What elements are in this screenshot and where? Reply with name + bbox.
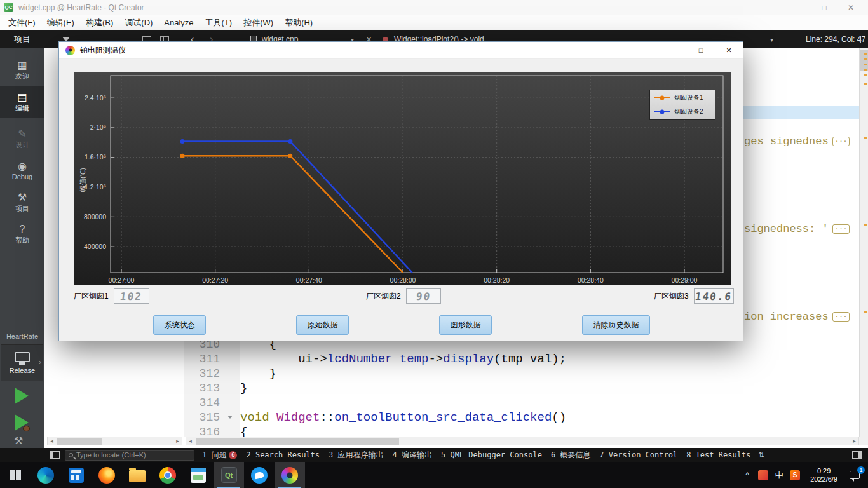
- start-button[interactable]: [0, 462, 31, 488]
- output-pane-6[interactable]: 6 概要信息: [551, 450, 590, 461]
- paint-icon: [191, 468, 206, 483]
- warning-mark: [864, 74, 867, 76]
- menu-item-7[interactable]: 帮助(H): [279, 15, 318, 30]
- taskbar-thermometer-app[interactable]: [275, 462, 305, 488]
- qtc-close-button[interactable]: ✕: [837, 0, 864, 15]
- output-pane-1[interactable]: 1 问题6: [202, 450, 237, 461]
- output-pane-8[interactable]: 8 Test Results: [686, 451, 750, 459]
- symbol-dropdown-caret-icon[interactable]: ▾: [770, 30, 773, 48]
- legend-dot-icon: [660, 110, 665, 114]
- fold-marker[interactable]: [224, 416, 236, 419]
- qtc-minimize-button[interactable]: –: [784, 0, 811, 15]
- scrollbar-thumb[interactable]: [196, 438, 399, 445]
- tray-app-icon[interactable]: [758, 470, 768, 480]
- monitor-icon: [15, 352, 30, 362]
- mode-Debug[interactable]: ◉Debug: [0, 155, 44, 187]
- app-titlebar[interactable]: 铂电阻测温仪 – □ ✕: [59, 42, 743, 59]
- mode-项目[interactable]: ⚒项目: [0, 187, 44, 219]
- mode-欢迎[interactable]: ▦欢迎: [0, 55, 44, 86]
- clock-date: 2022/6/9: [810, 475, 837, 484]
- code-line: 313}: [184, 381, 859, 395]
- mode-label: 帮助: [15, 236, 29, 245]
- build-hammer-icon[interactable]: ⚒: [14, 435, 23, 447]
- taskbar-icons: Qt: [31, 462, 305, 488]
- taskbar-file-explorer[interactable]: [122, 462, 153, 488]
- scroll-left-icon[interactable]: ◂: [48, 438, 56, 444]
- pane-updown-icon[interactable]: ⇅: [758, 451, 764, 459]
- action-center-button[interactable]: 1: [844, 462, 865, 488]
- menu-item-3[interactable]: 调试(D): [119, 15, 158, 30]
- kit-selector[interactable]: Release ›: [1, 344, 43, 381]
- editor-vertical-scrollbar[interactable]: [859, 48, 868, 437]
- ime-indicator[interactable]: 中: [772, 470, 786, 481]
- run-button[interactable]: [15, 388, 29, 404]
- scroll-left-icon[interactable]: ◂: [186, 438, 194, 444]
- mode-label: 项目: [15, 204, 29, 214]
- menu-item-1[interactable]: 编辑(E): [41, 15, 80, 30]
- qtc-maximize-button[interactable]: □: [811, 0, 837, 15]
- hidden-icons-chevron[interactable]: ^: [740, 470, 754, 480]
- svg-text:1.2·10⁶: 1.2·10⁶: [85, 183, 106, 191]
- taskbar-twitter[interactable]: [244, 462, 275, 488]
- app-window-title: 铂电阻测温仪: [80, 45, 126, 56]
- navigator-horizontal-scrollbar[interactable]: ◂ ▸: [47, 437, 182, 445]
- taskbar-calculator[interactable]: [61, 462, 92, 488]
- menu-item-2[interactable]: 构建(B): [80, 15, 119, 30]
- app-close-button[interactable]: ✕: [715, 42, 743, 59]
- file-explorer-icon: [129, 470, 146, 482]
- legend-label: 烟囱设备2: [674, 107, 703, 116]
- scrollbar-thumb[interactable]: [57, 438, 102, 445]
- taskbar-edge[interactable]: [31, 462, 61, 488]
- editor-horizontal-scrollbar[interactable]: ◂ ▸: [186, 437, 859, 445]
- mode-编辑[interactable]: ▤编辑: [0, 86, 44, 118]
- svg-text:00:27:00: 00:27:00: [109, 276, 135, 284]
- thermometer-app-window: 铂电阻测温仪 – □ ✕ 00:27:0000:27:2000:27:4000:…: [58, 41, 743, 341]
- mode-设计[interactable]: ✎设计: [0, 123, 44, 155]
- svg-text:00:29:00: 00:29:00: [672, 276, 698, 284]
- menu-item-0[interactable]: 文件(F): [3, 15, 41, 30]
- split-editor-icon[interactable]: [857, 30, 864, 48]
- output-pane-3[interactable]: 3 应用程序输出: [329, 450, 383, 461]
- output-pane-7[interactable]: 7 Version Control: [599, 451, 677, 459]
- sidebar-toggle-icon[interactable]: [50, 451, 60, 459]
- warning-mark: [864, 58, 867, 60]
- lcd-value: 102: [119, 290, 143, 302]
- taskbar-qt-creator[interactable]: Qt: [214, 462, 244, 488]
- app-minimize-button[interactable]: –: [659, 42, 687, 59]
- warning-mark: [864, 83, 867, 85]
- menu-item-6[interactable]: 控件(W): [238, 15, 279, 30]
- app-maximize-button[interactable]: □: [687, 42, 715, 59]
- mode-帮助[interactable]: ?帮助: [0, 219, 44, 250]
- svg-text:800000: 800000: [84, 213, 106, 220]
- scroll-right-icon[interactable]: ▸: [850, 438, 858, 444]
- lcd-group-3: 厂区烟囱3 140.6: [654, 288, 734, 304]
- twitter-icon: [251, 467, 268, 484]
- output-pane-5[interactable]: 5 QML Debugger Console: [441, 451, 542, 459]
- menu-item-4[interactable]: Analyze: [158, 15, 199, 30]
- locator-field[interactable]: [65, 450, 194, 461]
- taskbar-chrome[interactable]: [153, 462, 183, 488]
- graph-data-button[interactable]: 图形数据: [439, 315, 492, 335]
- output-bar: 1 问题62 Search Results3 应用程序输出4 编译输出5 QML…: [0, 448, 868, 462]
- locator-input[interactable]: [76, 451, 191, 459]
- legend-item: 烟囱设备1: [654, 92, 711, 104]
- lcd-label: 厂区烟囱3: [654, 291, 689, 302]
- raw-data-button[interactable]: 原始数据: [296, 315, 349, 335]
- output-pane-toggle-icon[interactable]: [852, 451, 862, 459]
- svg-text:2·10⁶: 2·10⁶: [90, 123, 106, 131]
- system-status-button[interactable]: 系统状态: [153, 315, 206, 335]
- taskbar-clock[interactable]: 0:29 2022/6/9: [804, 467, 844, 484]
- code-text: ui->lcdNumber_temp->display(tmp_val);: [236, 352, 566, 366]
- sogou-ime-icon[interactable]: S: [790, 470, 800, 480]
- scroll-right-icon[interactable]: ▸: [173, 438, 182, 444]
- output-pane-4[interactable]: 4 编译输出: [393, 450, 432, 461]
- taskbar-paint[interactable]: [183, 462, 214, 488]
- menu-item-5[interactable]: 工具(T): [200, 15, 238, 30]
- clear-history-button[interactable]: 清除历史数据: [582, 315, 650, 335]
- taskbar-firefox[interactable]: [92, 462, 122, 488]
- lcd-group-1: 厂区烟囱1 102: [74, 288, 149, 304]
- warning-mark: [864, 64, 867, 65]
- mode-label: 欢迎: [15, 72, 29, 81]
- highlighted-line: [742, 106, 859, 119]
- output-pane-2[interactable]: 2 Search Results: [246, 451, 320, 459]
